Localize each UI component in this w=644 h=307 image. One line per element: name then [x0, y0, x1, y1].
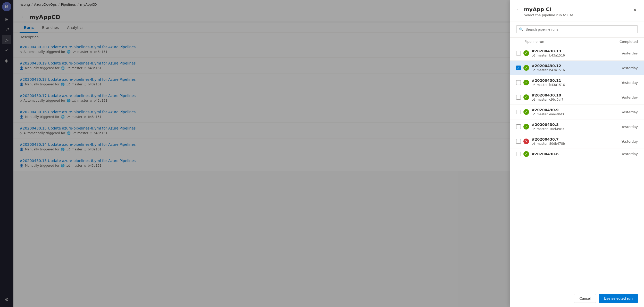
breadcrumb-azuredevops[interactable]: AzureDevOps [34, 3, 57, 6]
panel-run-item[interactable]: ✓ #20200430.9 ⎇ master eaa406f3 Yesterda… [510, 105, 644, 119]
pipeline-run-panel: ← myApp CI Select the pipeline run to us… [510, 0, 644, 307]
run-meta: ⎇ master eaa406f3 [532, 112, 609, 116]
repos-icon[interactable]: ⎇ [2, 25, 11, 34]
run-checkbox-checked[interactable]: ✓ [516, 66, 521, 70]
col-pipeline-run: Pipeline run [516, 40, 612, 44]
branch-icon: ⎇ [532, 83, 535, 87]
search-input[interactable] [525, 27, 635, 31]
pipelines-icon[interactable]: ▷ [2, 35, 11, 44]
run-info: #20200430.10 ⎇ master c9bc0af7 [532, 93, 609, 101]
branch-icon: ⎇ [66, 66, 70, 70]
user-icon: 🌐 [61, 164, 65, 167]
cancel-button[interactable]: Cancel [574, 294, 596, 303]
run-branch: master [537, 112, 548, 116]
branch-icon: ⎇ [66, 148, 70, 151]
run-id: #20200430.9 [532, 108, 609, 112]
breadcrumb-mseng[interactable]: mseng [19, 3, 30, 6]
test-icon[interactable]: ✓ [2, 45, 11, 55]
user-icon: 🌐 [61, 115, 65, 119]
run-branch: master [537, 68, 548, 72]
run-completed: Yesterday [612, 66, 638, 70]
run-checkbox[interactable] [516, 80, 521, 85]
panel-run-item[interactable]: ✓ #20200430.8 ⎇ master 16ef49c9 Yesterda… [510, 119, 644, 134]
panel-run-item[interactable]: ✓ #20200430.6 Yesterday [510, 149, 644, 159]
artifacts-icon[interactable]: ◈ [2, 56, 11, 65]
tab-branches[interactable]: Branches [38, 23, 63, 33]
run-commit: 16ef49c9 [549, 127, 564, 131]
col-completed: Completed [612, 40, 638, 44]
commit-icon: ◇ [90, 99, 92, 102]
commit-hash: b43a151 [94, 99, 107, 102]
commit-icon: ◇ [84, 148, 86, 151]
run-checkbox[interactable] [516, 152, 521, 156]
run-checkbox[interactable] [516, 51, 521, 55]
branch-name: master [77, 50, 88, 54]
trigger-text: Manually triggered for [25, 148, 59, 151]
panel-run-item[interactable]: ✕ #20200430.7 ⎇ master 80db478b Yesterda… [510, 134, 644, 149]
run-completed: Yesterday [612, 140, 638, 143]
trigger-icon: 👤 [20, 66, 23, 70]
use-selected-run-button[interactable]: Use selected run [599, 294, 638, 303]
panel-run-item-selected[interactable]: ✓ ✓ #20200430.12 ⎇ master b43a1516 Yeste… [510, 61, 644, 75]
branch-name: master [71, 148, 82, 151]
run-checkbox[interactable] [516, 124, 521, 129]
commit-icon: ◇ [84, 164, 86, 167]
panel-run-item[interactable]: ✓ #20200430.10 ⎇ master c9bc0af7 Yesterd… [510, 90, 644, 105]
commit-hash: b43a151 [88, 164, 102, 167]
panel-subtitle: Select the pipeline run to use [524, 13, 573, 17]
panel-close-button[interactable]: ✕ [632, 6, 638, 14]
trigger-text: Automatically triggered for [23, 50, 65, 54]
run-info: #20200430.9 ⎇ master eaa406f3 [532, 108, 609, 116]
settings-icon[interactable]: ⚙ [2, 295, 11, 304]
panel-run-list: ✓ #20200430.13 ⎇ master b43a1516 Yesterd… [510, 46, 644, 290]
run-checkbox[interactable] [516, 110, 521, 114]
avatar[interactable]: M [2, 2, 11, 11]
run-commit: c9bc0af7 [549, 98, 563, 101]
run-id: #20200430.8 [532, 123, 609, 127]
run-id: #20200430.13 [532, 49, 609, 53]
run-status-success-icon: ✓ [523, 109, 529, 115]
run-info: #20200430.8 ⎇ master 16ef49c9 [532, 123, 609, 131]
commit-hash: b43a151 [88, 148, 102, 151]
run-meta: ⎇ master c9bc0af7 [532, 98, 609, 101]
branch-icon: ⎇ [72, 131, 76, 135]
commit-icon: ◇ [84, 115, 86, 119]
run-completed: Yesterday [612, 110, 638, 114]
branch-icon: ⎇ [532, 54, 535, 57]
run-info: #20200430.12 ⎇ master b43a1516 [532, 64, 609, 72]
panel-run-item[interactable]: ✓ #20200430.13 ⎇ master b43a1516 Yesterd… [510, 46, 644, 61]
branch-icon: ⎇ [72, 99, 76, 102]
panel-list-header: Pipeline run Completed [510, 38, 644, 46]
panel-footer: Cancel Use selected run [510, 290, 644, 307]
run-checkbox[interactable] [516, 95, 521, 100]
trigger-text: Automatically triggered for [23, 131, 65, 135]
branch-icon: ⎇ [66, 164, 70, 167]
tab-runs[interactable]: Runs [20, 23, 38, 33]
breadcrumb-myappcd[interactable]: myAppCD [80, 3, 97, 6]
run-checkbox[interactable] [516, 139, 521, 144]
trigger-text: Manually triggered for [25, 115, 59, 119]
panel-back-button[interactable]: ← [516, 7, 521, 13]
panel-run-item[interactable]: ✓ #20200430.11 ⎇ master b43a1516 Yesterd… [510, 75, 644, 90]
trigger-icon: 👤 [20, 164, 23, 167]
run-meta: ⎇ master 80db478b [532, 142, 609, 146]
page-back-button[interactable]: ← [20, 13, 26, 21]
run-info: #20200430.13 ⎇ master b43a1516 [532, 49, 609, 57]
run-status-success-icon: ✓ [523, 65, 529, 71]
run-meta: ⎇ master b43a1516 [532, 68, 609, 72]
trigger-text: Manually triggered for [25, 83, 59, 86]
commit-hash: b43a151 [88, 115, 102, 119]
user-icon: 🌐 [61, 148, 65, 151]
trigger-icon: ◇ [20, 99, 22, 102]
breadcrumb-pipelines[interactable]: Pipelines [61, 3, 76, 6]
run-status-success-icon: ✓ [523, 80, 529, 85]
trigger-icon: ◇ [20, 50, 22, 54]
tab-analytics[interactable]: Analytics [63, 23, 88, 33]
run-completed: Yesterday [612, 81, 638, 85]
boards-icon[interactable]: ⊞ [2, 14, 11, 24]
commit-hash: b43a151 [94, 131, 107, 135]
run-id: #20200430.11 [532, 78, 609, 83]
panel-search-area: 🔍 [510, 21, 644, 38]
search-icon: 🔍 [519, 27, 523, 31]
run-info: #20200430.6 [532, 152, 609, 156]
